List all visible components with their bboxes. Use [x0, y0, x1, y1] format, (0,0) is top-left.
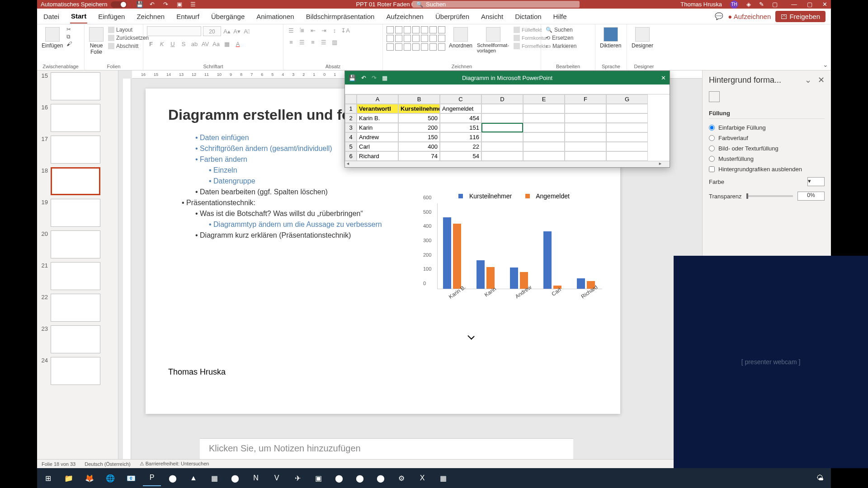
chart-data-editor[interactable]: 💾 ↶ ↷ ▦ Diagramm in Microsoft PowerPoint… [344, 70, 670, 168]
slide-thumbnail-23[interactable]: 23 [39, 325, 116, 353]
app-icon-2[interactable]: ▦ [205, 470, 223, 486]
pane-close-icon[interactable]: ✕ [818, 75, 825, 85]
slide-counter[interactable]: Folie 18 von 33 [42, 461, 75, 467]
slide-thumbnail-15[interactable]: 15 [39, 72, 116, 100]
tab-ansicht[interactable]: Ansicht [480, 10, 504, 23]
dictate-button[interactable]: Diktieren [599, 26, 622, 50]
fill-option-3[interactable]: Musterfüllung [709, 154, 825, 164]
tab-dictation[interactable]: Dictation [514, 10, 542, 23]
app-icon-6[interactable]: ⬤ [372, 470, 390, 486]
window-icon[interactable]: ▢ [772, 1, 778, 8]
slide-thumbnail-21[interactable]: 21 [39, 262, 116, 290]
tab-hilfe[interactable]: Hilfe [552, 10, 568, 23]
find-button[interactable]: 🔍Suchen [545, 26, 577, 33]
notes-input[interactable]: Klicken Sie, um Notizen hinzuzufügen [200, 438, 573, 459]
slide-thumbnail-24[interactable]: 24 [39, 357, 116, 385]
align-right-icon[interactable]: ≡ [309, 38, 317, 46]
record-button[interactable]: ● Aufzeichnen [728, 13, 771, 20]
fill-option-1[interactable]: Farbverlauf [709, 133, 825, 143]
transparency-slider[interactable] [746, 195, 793, 197]
chart[interactable]: Kursteilnehmer Angemeldet 01002003004005… [421, 192, 602, 319]
spacing-icon[interactable]: AV [201, 40, 209, 48]
redo-icon[interactable]: ↷ [163, 1, 170, 8]
spreadsheet-grid[interactable]: ABCDEFG1VerantwortlKursteilnehmeAngemeld… [345, 94, 670, 161]
search-input[interactable]: 🔍 Suchen [412, 1, 580, 8]
slide-thumbnail-16[interactable]: 16 [39, 104, 116, 132]
fill-option-0[interactable]: Einfarbige Füllung [709, 122, 825, 133]
save-icon[interactable]: 💾 [136, 1, 143, 8]
dedent-icon[interactable]: ⇤ [309, 26, 317, 34]
designer-button[interactable]: Designer [631, 26, 654, 50]
fill-option-2[interactable]: Bild- oder Texturfüllung [709, 143, 825, 154]
visual-studio-icon[interactable]: V [268, 470, 286, 486]
columns-icon[interactable]: ▥ [330, 38, 339, 46]
align-left-icon[interactable]: ≡ [287, 38, 295, 46]
sheet-horizontal-scrollbar[interactable] [345, 161, 670, 167]
tab-datei[interactable]: Datei [42, 10, 60, 23]
numbering-icon[interactable]: ⦙☰ [298, 26, 306, 34]
vlc-icon[interactable]: ▲ [184, 470, 203, 486]
slideshow-icon[interactable]: ▣ [177, 1, 184, 8]
bullets-icon[interactable]: ☰ [287, 26, 295, 34]
powerpoint-icon[interactable]: P [143, 470, 161, 486]
slide-thumbnail-18[interactable]: 18 [39, 167, 116, 195]
minimize-icon[interactable]: — [791, 1, 797, 8]
user-name-label[interactable]: Thomas Hruska [680, 1, 722, 8]
font-name-input[interactable] [147, 26, 201, 36]
fill-effects-icon[interactable] [709, 91, 720, 102]
diamond-icon[interactable]: ◈ [746, 1, 751, 8]
language-indicator[interactable]: Deutsch (Österreich) [85, 461, 130, 467]
replace-button[interactable]: ⟲Ersetzen [545, 34, 577, 42]
excel-undo-icon[interactable]: ↶ [361, 75, 366, 81]
comments-icon[interactable]: 💬 [715, 12, 723, 20]
share-button[interactable]: ⮹ Freigeben [775, 11, 826, 22]
excel-redo-icon[interactable]: ↷ [372, 75, 377, 81]
highlight-icon[interactable]: ▦ [223, 40, 231, 48]
settings-icon[interactable]: ⚙ [392, 470, 410, 486]
tab-entwurf[interactable]: Entwurf [175, 10, 200, 23]
arrange-button[interactable]: Anordnen [448, 26, 473, 50]
pen-icon[interactable]: ✎ [759, 1, 764, 8]
decrease-font-icon[interactable]: A▾ [233, 27, 241, 35]
slide-thumbnail-20[interactable]: 20 [39, 230, 116, 258]
shapes-gallery[interactable] [387, 26, 445, 51]
undo-icon[interactable]: ↶ [150, 1, 157, 8]
bullet-item[interactable]: Datengruppe [168, 176, 598, 187]
italic-icon[interactable]: K [158, 40, 166, 48]
font-color-icon[interactable]: A [234, 40, 242, 48]
app-icon-7[interactable]: ▦ [434, 470, 452, 486]
align-center-icon[interactable]: ☰ [298, 38, 306, 46]
tab-übergänge[interactable]: Übergänge [210, 10, 245, 23]
slide-thumbnail-17[interactable]: 17 [39, 136, 116, 164]
tab-bildschirmpräsentation[interactable]: Bildschirmpräsentation [305, 10, 376, 23]
firefox-icon[interactable]: 🦊 [80, 470, 99, 486]
format-painter-icon[interactable]: 🖌 [66, 41, 72, 47]
autosave-toggle[interactable]: Automatisches Speichern [41, 1, 127, 8]
app-icon-1[interactable]: ⬤ [164, 470, 182, 486]
slide-author[interactable]: Thomas Hruska [168, 367, 598, 377]
slide-thumbnails-panel[interactable]: 15161718192021222324 [37, 70, 118, 459]
accessibility-checker[interactable]: ⚠ Barrierefreiheit: Untersuchen [140, 461, 209, 467]
start-button[interactable]: ⊞ [39, 470, 57, 486]
slide-thumbnail-22[interactable]: 22 [39, 294, 116, 322]
increase-font-icon[interactable]: A▴ [223, 27, 231, 35]
cut-icon[interactable]: ✂ [66, 26, 72, 33]
tray-icon[interactable]: 🌤 [811, 470, 829, 486]
select-button[interactable]: ▭Markieren [545, 42, 577, 50]
chrome-icon[interactable]: 🌐 [101, 470, 119, 486]
tab-überprüfen[interactable]: Überprüfen [434, 10, 470, 23]
app-icon-3[interactable]: ⬤ [226, 470, 244, 486]
tab-aufzeichnen[interactable]: Aufzeichnen [385, 10, 425, 23]
transparency-value-input[interactable]: 0% [797, 192, 825, 201]
collapse-ribbon-icon[interactable]: ⌄ [823, 61, 828, 68]
excel-close-icon[interactable]: ✕ [661, 75, 666, 81]
font-size-input[interactable]: 20 [203, 26, 221, 36]
shadow-icon[interactable]: ab [190, 40, 198, 48]
slide-thumbnail-19[interactable]: 19 [39, 199, 116, 227]
text-direction-icon[interactable]: ↧A [341, 26, 349, 34]
new-slide-button[interactable]: Neue Folie [88, 26, 104, 56]
tab-einfügen[interactable]: Einfügen [97, 10, 126, 23]
justify-icon[interactable]: ☰ [320, 38, 328, 46]
formula-bar[interactable] [345, 84, 670, 94]
color-picker-button[interactable]: ▾ [807, 177, 825, 186]
